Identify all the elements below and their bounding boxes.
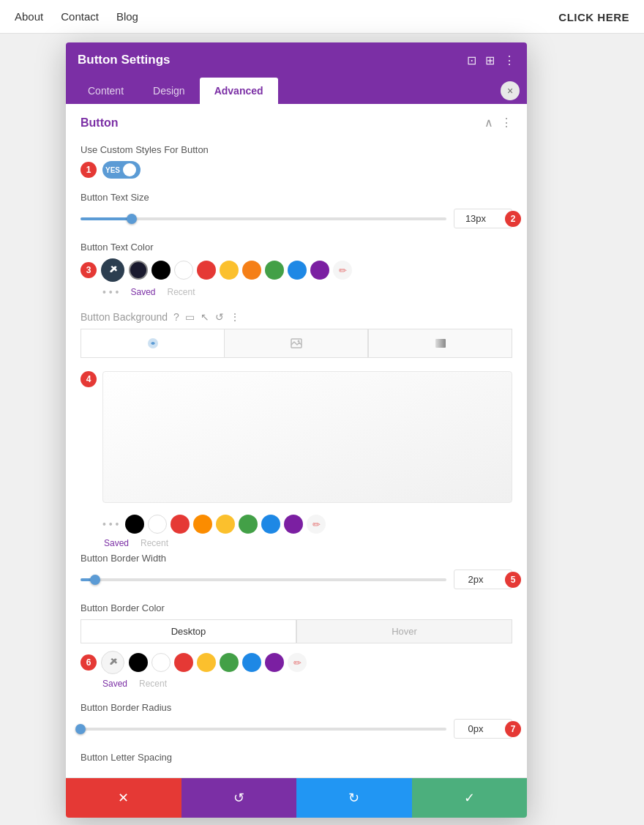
bg-color-dots-row: • • • ✏	[102, 515, 512, 534]
color-dot-yellow[interactable]	[220, 261, 239, 280]
text-size-input[interactable]	[454, 209, 512, 228]
text-color-dots: ✏	[129, 261, 352, 280]
bc-dot-black[interactable]	[129, 653, 148, 672]
badge-4: 4	[80, 371, 97, 387]
bg-color-picker-canvas[interactable]	[102, 371, 512, 503]
border-width-input[interactable]	[454, 570, 512, 589]
bg-more-icon[interactable]: ⋮	[230, 311, 240, 323]
bg-dot-blue[interactable]	[261, 515, 280, 534]
bg-undo-icon[interactable]: ↺	[215, 311, 224, 323]
toggle-wrap: 1 YES	[80, 161, 512, 179]
border-tab-hover[interactable]: Hover	[296, 619, 512, 643]
collapse-icon[interactable]: ∧	[484, 116, 493, 130]
reset-button[interactable]: ↺	[181, 778, 297, 818]
bg-recent-label[interactable]: Recent	[141, 538, 168, 548]
bc-dot-white[interactable]	[151, 653, 171, 672]
tab-design[interactable]: Design	[138, 78, 200, 104]
bc-dot-yellow[interactable]	[197, 653, 216, 672]
tab-content[interactable]: Content	[73, 78, 138, 104]
letter-spacing-field: Button Letter Spacing	[80, 752, 512, 763]
bg-dot-black[interactable]	[125, 515, 144, 534]
text-size-track[interactable]	[80, 217, 446, 220]
text-color-label: Button Text Color	[80, 242, 512, 253]
bg-field: Button Background ? ▭ ↖ ↺ ⋮	[80, 311, 512, 358]
bg-tab-gradient[interactable]	[368, 329, 512, 358]
border-radius-input[interactable]	[454, 719, 512, 739]
bg-saved-label[interactable]: Saved	[104, 538, 129, 548]
border-width-thumb[interactable]	[90, 575, 100, 585]
modal-body: Button ∧ ⋮ Use Custom Styles For Button …	[66, 104, 527, 777]
cancel-icon: ✕	[118, 790, 129, 806]
section-more-icon[interactable]: ⋮	[501, 116, 512, 130]
bg-dot-red[interactable]	[171, 515, 190, 534]
nav-contact[interactable]: Contact	[61, 10, 99, 23]
more-icon[interactable]: ⋮	[503, 53, 515, 67]
badge-1: 1	[80, 162, 97, 178]
color-more-dots[interactable]: • • •	[102, 286, 119, 298]
save-button[interactable]: ✓	[412, 778, 528, 818]
bc-recent-label[interactable]: Recent	[139, 679, 167, 689]
bg-mobile-icon[interactable]: ▭	[185, 311, 195, 323]
tab-advanced[interactable]: Advanced	[200, 78, 278, 104]
reset-icon: ↺	[233, 790, 244, 806]
bg-tab-color[interactable]	[80, 329, 224, 358]
border-color-field: Button Border Color Desktop Hover 6	[80, 602, 512, 689]
color-dot-red[interactable]	[197, 261, 216, 280]
color-dot-purple[interactable]	[310, 261, 329, 280]
bc-dot-purple[interactable]	[265, 653, 284, 672]
button-settings-modal: Button Settings ⊡ ⊞ ⋮ Content Design Adv…	[66, 42, 527, 818]
cancel-button[interactable]: ✕	[66, 778, 181, 818]
color-dot-green[interactable]	[265, 261, 284, 280]
top-nav: About Contact Blog CLICK HERE	[0, 0, 644, 34]
modal-title: Button Settings	[78, 53, 171, 67]
color-dot-darkblue[interactable]	[129, 261, 148, 280]
border-radius-track[interactable]	[80, 728, 446, 731]
bg-color-row: • • • ✏ Saved Recent	[102, 515, 512, 548]
text-color-eyedropper[interactable]	[101, 258, 124, 282]
bg-tab-image[interactable]	[224, 329, 368, 358]
focus-icon[interactable]: ⊡	[467, 53, 476, 67]
color-pen-icon[interactable]: ✏	[333, 261, 352, 280]
bg-dot-purple[interactable]	[284, 515, 303, 534]
text-size-field: Button Text Size 2	[80, 192, 512, 228]
border-width-track[interactable]	[80, 578, 446, 581]
bc-dot-blue[interactable]	[242, 653, 261, 672]
recent-label[interactable]: Recent	[168, 287, 195, 297]
bc-dot-green[interactable]	[220, 653, 239, 672]
bc-saved-label[interactable]: Saved	[102, 679, 127, 689]
text-size-thumb[interactable]	[127, 214, 137, 224]
redo-button[interactable]: ↻	[296, 778, 412, 818]
nav-blog[interactable]: Blog	[116, 10, 138, 23]
bg-cursor-icon[interactable]: ↖	[201, 311, 209, 323]
badge-3: 3	[80, 262, 97, 278]
close-icon: ×	[507, 85, 513, 97]
nav-about[interactable]: About	[15, 10, 43, 23]
color-dot-black[interactable]	[151, 261, 171, 280]
color-dot-orange[interactable]	[242, 261, 261, 280]
border-color-dots: ✏	[129, 653, 307, 672]
bg-pen-icon[interactable]: ✏	[307, 515, 326, 534]
bg-more-dots[interactable]: • • •	[102, 518, 119, 530]
border-tab-desktop[interactable]: Desktop	[80, 619, 296, 643]
bg-dot-yellow[interactable]	[216, 515, 235, 534]
border-color-eyedropper[interactable]	[101, 651, 124, 674]
border-radius-thumb[interactable]	[75, 724, 86, 734]
bc-pen-icon[interactable]: ✏	[288, 653, 307, 672]
color-dot-white[interactable]	[174, 261, 193, 280]
bg-question-icon[interactable]: ?	[173, 311, 179, 323]
color-dot-blue[interactable]	[288, 261, 307, 280]
columns-icon[interactable]: ⊞	[485, 53, 495, 67]
border-color-picker-row: 6 ✏	[80, 651, 512, 674]
color-meta-text: Saved Recent	[129, 287, 195, 297]
saved-label[interactable]: Saved	[130, 287, 155, 297]
custom-styles-label: Use Custom Styles For Button	[80, 144, 512, 155]
bc-dot-red[interactable]	[174, 653, 193, 672]
modal-header-actions: ⊡ ⊞ ⋮	[467, 53, 515, 67]
bg-dot-orange[interactable]	[193, 515, 212, 534]
custom-styles-toggle[interactable]: YES	[102, 161, 141, 179]
bg-dot-white[interactable]	[148, 515, 167, 534]
modal-close-button[interactable]: ×	[501, 81, 520, 100]
bg-label: Button Background	[80, 311, 168, 323]
cta-click-here[interactable]: CLICK HERE	[558, 10, 629, 23]
bg-dot-green[interactable]	[239, 515, 258, 534]
